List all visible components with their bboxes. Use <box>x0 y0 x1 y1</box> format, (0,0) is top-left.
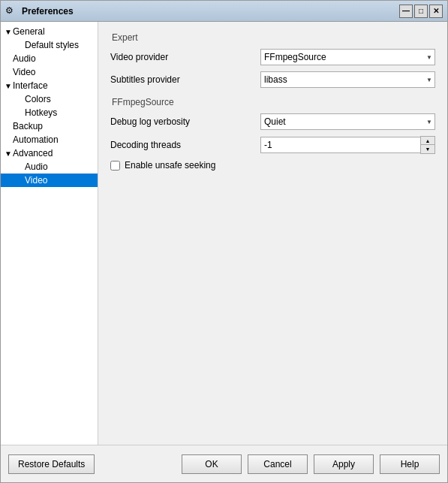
sidebar-item-advanced[interactable]: ▼Advanced <box>1 146 98 160</box>
sidebar-item-backup[interactable]: Backup <box>1 119 98 133</box>
decoding-threads-control: ▲ ▼ <box>260 136 435 154</box>
right-panel: Expert Video provider FFmpegSourceAvisyn… <box>98 22 447 445</box>
subtitles-provider-control: libasscsriNone <box>260 71 435 88</box>
tree-item-label: Video <box>13 67 35 77</box>
sidebar-item-advanced-audio[interactable]: Audio <box>1 160 98 174</box>
bottom-right-buttons: OK Cancel Apply Help <box>182 454 440 474</box>
video-provider-control: FFmpegSourceAvisynthNone <box>260 49 435 65</box>
bottom-bar: Restore Defaults OK Cancel Apply Help <box>1 445 447 482</box>
enable-unsafe-label[interactable]: Enable unsafe seeking <box>125 160 215 171</box>
ok-button[interactable]: OK <box>182 454 242 474</box>
debug-log-row: Debug log verbosity QuietPanicFatalError… <box>110 113 435 130</box>
tree-item-label: Interface <box>13 80 48 91</box>
subtitles-provider-label: Subtitles provider <box>110 74 260 85</box>
sidebar-item-advanced-video[interactable]: Video <box>1 174 98 187</box>
subtitles-provider-select[interactable]: libasscsriNone <box>260 71 435 88</box>
expert-header: Expert <box>110 32 435 43</box>
apply-button[interactable]: Apply <box>314 454 374 474</box>
tree-item-label: Audio <box>25 162 48 172</box>
decoding-threads-input[interactable] <box>260 137 420 153</box>
enable-unsafe-row: Enable unsafe seeking <box>110 160 435 171</box>
title-bar-buttons: — □ ✕ <box>399 5 443 18</box>
debug-log-select-wrapper: QuietPanicFatalErrorWarningInfoVerboseDe… <box>260 113 435 130</box>
main-content: ▼GeneralDefault stylesAudioVideo▼Interfa… <box>1 22 447 445</box>
spinner-buttons: ▲ ▼ <box>420 136 435 154</box>
subtitles-provider-select-wrapper: libasscsriNone <box>260 71 435 88</box>
video-provider-select-wrapper: FFmpegSourceAvisynthNone <box>260 49 435 65</box>
subtitles-provider-row: Subtitles provider libasscsriNone <box>110 71 435 88</box>
close-button[interactable]: ✕ <box>429 5 443 18</box>
video-provider-select[interactable]: FFmpegSourceAvisynthNone <box>260 49 435 65</box>
content-area: Expert Video provider FFmpegSourceAvisyn… <box>98 22 447 445</box>
preferences-window: ⚙ Preferences — □ ✕ ▼GeneralDefault styl… <box>0 0 448 483</box>
tree-item-label: General <box>13 26 45 37</box>
restore-defaults-button[interactable]: Restore Defaults <box>8 454 95 474</box>
sidebar-item-hotkeys[interactable]: Hotkeys <box>1 106 98 119</box>
sidebar-item-automation[interactable]: Automation <box>1 133 98 146</box>
debug-log-control: QuietPanicFatalErrorWarningInfoVerboseDe… <box>260 113 435 130</box>
tree-item-label: Colors <box>25 94 51 104</box>
sidebar: ▼GeneralDefault stylesAudioVideo▼Interfa… <box>1 22 98 445</box>
tree-item-label: Automation <box>13 134 59 145</box>
sidebar-item-interface[interactable]: ▼Interface <box>1 79 98 92</box>
sidebar-item-audio[interactable]: Audio <box>1 52 98 65</box>
decoding-threads-label: Decoding threads <box>110 140 260 150</box>
video-provider-label: Video provider <box>110 52 260 62</box>
decoding-threads-row: Decoding threads ▲ ▼ <box>110 136 435 154</box>
sidebar-item-colors[interactable]: Colors <box>1 92 98 106</box>
tree-item-label: Hotkeys <box>25 107 57 118</box>
sidebar-item-default-styles[interactable]: Default styles <box>1 38 98 52</box>
spinner-down-button[interactable]: ▼ <box>421 145 434 153</box>
tree-item-label: Backup <box>13 121 43 131</box>
video-provider-row: Video provider FFmpegSourceAvisynthNone <box>110 49 435 65</box>
sidebar-item-video[interactable]: Video <box>1 65 98 79</box>
maximize-button[interactable]: □ <box>414 5 428 18</box>
debug-log-select[interactable]: QuietPanicFatalErrorWarningInfoVerboseDe… <box>260 113 435 130</box>
tree-expander-icon: ▼ <box>4 149 13 158</box>
minimize-button[interactable]: — <box>399 5 413 18</box>
tree-expander-icon: ▼ <box>4 82 13 90</box>
enable-unsafe-checkbox[interactable] <box>110 161 120 171</box>
tree-item-label: Audio <box>13 53 36 64</box>
help-button[interactable]: Help <box>380 454 440 474</box>
decoding-threads-spinner: ▲ ▼ <box>260 136 435 154</box>
debug-log-label: Debug log verbosity <box>110 116 260 127</box>
cancel-button[interactable]: Cancel <box>248 454 308 474</box>
tree-expander-icon: ▼ <box>4 28 13 36</box>
ffmpegsource-header: FFmpegSource <box>110 97 435 107</box>
tree-item-label: Video <box>25 175 47 186</box>
tree-item-label: Default styles <box>25 40 79 50</box>
window-icon: ⚙ <box>5 5 17 17</box>
spinner-up-button[interactable]: ▲ <box>421 137 434 145</box>
sidebar-item-general[interactable]: ▼General <box>1 25 98 38</box>
window-title: Preferences <box>22 6 399 17</box>
tree-item-label: Advanced <box>13 148 53 158</box>
title-bar: ⚙ Preferences — □ ✕ <box>1 1 447 22</box>
